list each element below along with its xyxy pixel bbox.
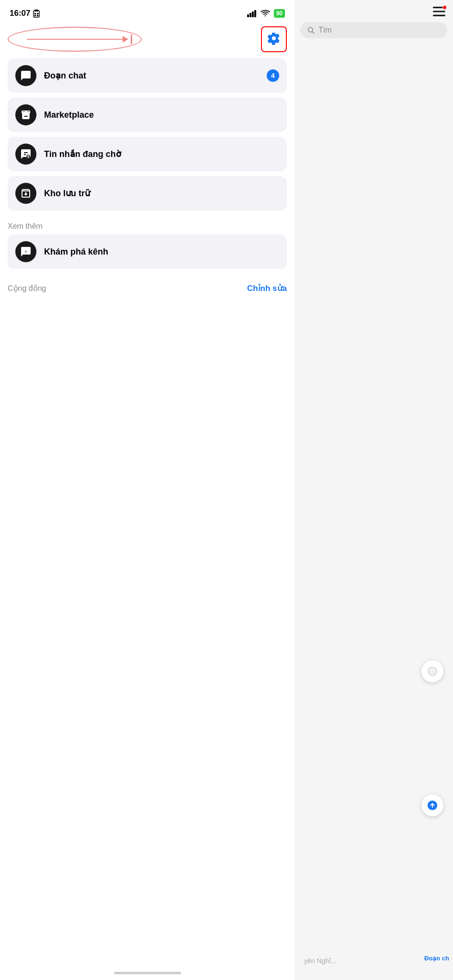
- svg-rect-10: [37, 13, 38, 14]
- tin-nhan-label: Tin nhắn đang chờ: [44, 149, 279, 159]
- svg-rect-8: [34, 10, 38, 11]
- sim-icon: [33, 9, 40, 18]
- bottom-hint-text: yên Nghĩ...: [304, 957, 337, 965]
- signal-icon: [247, 10, 257, 17]
- floating-btn-1[interactable]: [421, 660, 443, 682]
- doan-chat-icon: [15, 65, 36, 86]
- settings-button[interactable]: [261, 26, 287, 52]
- tin-nhan-icon: [15, 144, 36, 165]
- edit-link[interactable]: Chỉnh sửa: [247, 283, 287, 293]
- menu-item-tin-nhan[interactable]: Tin nhắn đang chờ: [8, 137, 287, 171]
- annotation-arrowhead: [123, 36, 128, 43]
- gear-icon: [267, 32, 281, 47]
- menu-item-kho-luu-tru[interactable]: Kho lưu trữ: [8, 176, 287, 211]
- right-search-bar[interactable]: Tìm: [300, 22, 447, 38]
- doan-chat-label: Đoạn chat: [44, 70, 259, 81]
- menu-item-kham-pha-kenh[interactable]: Khám phá kênh: [8, 234, 287, 269]
- kho-luu-tru-label: Kho lưu trữ: [44, 188, 279, 199]
- right-top-bar: [294, 0, 453, 20]
- status-bar: 16:07: [0, 0, 294, 24]
- svg-rect-13: [247, 14, 249, 17]
- menu-item-marketplace[interactable]: Marketplace: [8, 98, 287, 132]
- doan-chat-badge: 4: [267, 69, 279, 82]
- community-row: Cộng đồng Chỉnh sửa: [0, 279, 294, 297]
- svg-rect-1: [433, 11, 445, 12]
- svg-rect-2: [433, 15, 445, 16]
- svg-rect-11: [34, 15, 36, 16]
- svg-line-4: [312, 32, 314, 33]
- marketplace-label: Marketplace: [44, 110, 279, 120]
- kham-pha-icon: [15, 241, 36, 262]
- menu-list: Đoạn chat 4 Marketplace Tin nhắ: [0, 55, 294, 219]
- kho-luu-tru-icon: [15, 183, 36, 204]
- battery-indicator: 90: [274, 9, 285, 18]
- svg-point-19: [28, 157, 29, 158]
- annotation-arrow-line: [27, 39, 127, 40]
- community-label: Cộng đồng: [8, 284, 46, 293]
- right-panel: Tìm Đoạn ch yên Nghĩ...: [294, 0, 453, 980]
- extra-menu-list: Khám phá kênh: [0, 233, 294, 278]
- status-time: 16:07: [10, 9, 40, 18]
- see-more-label: Xem thêm: [0, 219, 294, 233]
- svg-rect-12: [37, 15, 38, 16]
- svg-rect-15: [252, 11, 254, 17]
- search-placeholder: Tìm: [318, 26, 332, 34]
- bottom-right-label: Đoạn ch: [424, 955, 449, 962]
- notification-dot: [442, 5, 447, 10]
- main-panel: 16:07: [0, 0, 294, 980]
- kham-pha-label: Khám phá kênh: [44, 247, 279, 257]
- wifi-icon: [260, 10, 270, 17]
- svg-rect-9: [34, 13, 36, 14]
- svg-point-5: [428, 667, 437, 676]
- home-indicator: [114, 972, 181, 974]
- marketplace-icon: [15, 104, 36, 125]
- svg-rect-18: [28, 156, 29, 157]
- arrow-annotation: [8, 25, 147, 54]
- floating-btn-2[interactable]: [421, 794, 443, 816]
- svg-rect-14: [249, 13, 251, 17]
- header-row: [0, 24, 294, 55]
- hamburger-menu-icon[interactable]: [433, 7, 445, 18]
- svg-rect-7: [34, 11, 39, 17]
- svg-point-21: [25, 251, 26, 252]
- svg-rect-16: [254, 10, 256, 17]
- annotation-tail: [131, 34, 132, 44]
- menu-item-doan-chat[interactable]: Đoạn chat 4: [8, 58, 287, 93]
- status-icons: 90: [247, 9, 285, 18]
